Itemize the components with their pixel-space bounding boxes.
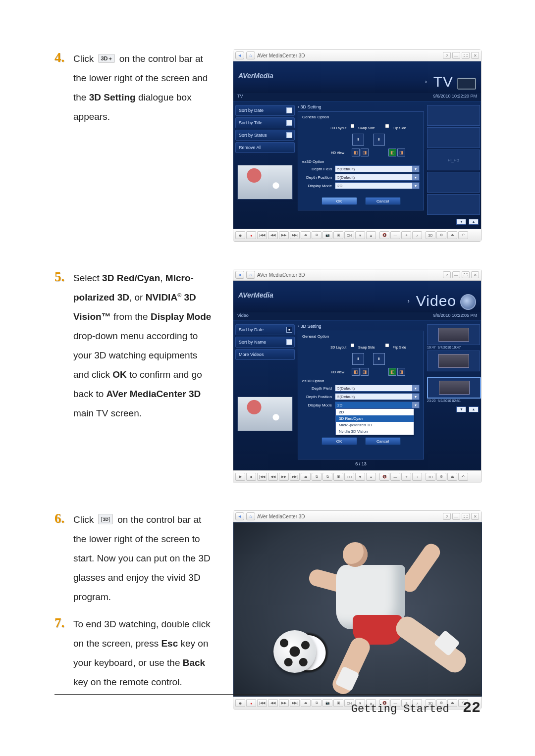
channel-thumb[interactable] [427,127,480,148]
option-2d[interactable]: 2D [336,409,414,415]
back-icon[interactable]: ◄ [235,512,244,520]
vol-down-icon[interactable]: — [390,473,400,481]
video-playback[interactable] [233,522,482,697]
layout-tb-icon[interactable]: ⬍ [373,134,385,146]
back-icon[interactable]: ◄ [235,51,244,59]
teletext-icon[interactable]: ▣ [333,231,343,239]
checkbox-icon[interactable] [286,339,292,345]
undo-icon[interactable]: ↶ [458,473,468,481]
skip-fwd-icon[interactable]: ▶▶| [290,473,300,481]
hdview-right-icon[interactable]: ◧◨ [388,368,406,376]
chevron-down-icon[interactable]: ▼ [412,183,419,189]
layout-lr-icon[interactable]: ⬍ [352,134,364,146]
eject-icon[interactable]: ⏏ [301,473,311,481]
ok-button[interactable]: OK [321,437,357,445]
channel-thumb[interactable] [427,194,480,215]
minimize-icon[interactable]: — [452,513,460,520]
depth-position-dropdown[interactable]: 5(Default)▼ [335,174,420,181]
ffwd-icon[interactable]: ▶▶ [279,231,289,239]
chevron-down-icon[interactable]: ▼ [412,174,419,180]
ch-up-icon[interactable]: ▲ [366,231,376,239]
eject2-icon[interactable]: ⏏ [447,473,457,481]
snapshot-icon[interactable]: 📷 [322,231,332,239]
depth-field-dropdown[interactable]: 5(Default)▼ [335,385,420,392]
minimize-icon[interactable]: — [452,52,460,59]
undo-icon[interactable]: ↶ [458,231,468,239]
minimize-icon[interactable]: — [452,271,460,278]
chevron-down-icon[interactable]: ▼ [412,394,419,400]
page-down-icon[interactable]: ▼ [456,406,466,412]
video-thumb[interactable] [427,351,480,371]
3d-settings-icon[interactable]: ⚙ [436,231,446,239]
ok-button[interactable]: OK [321,197,357,205]
3d-settings-icon[interactable]: ⚙ [436,473,446,481]
record-icon[interactable]: ● [246,231,256,239]
layout-tb-icon[interactable]: ⬍ [373,353,385,365]
home-icon[interactable]: ⌂ [246,512,255,520]
video-thumb[interactable] [427,377,481,399]
pip2-icon[interactable]: ⧉ [322,473,332,481]
pip-icon[interactable]: ⧉ [312,231,321,239]
checkbox-icon[interactable] [286,107,292,113]
page-down-icon[interactable]: ▼ [456,219,466,225]
back-icon[interactable]: ◄ [235,271,244,279]
home-icon[interactable]: ⌂ [246,271,255,279]
option-nvidia-3d-vision[interactable]: Nvidia 3D Vision [336,428,414,435]
sidebar-item-sort-date[interactable]: Sort by Date■ [235,324,295,335]
ch-down-icon[interactable]: ▼ [355,231,365,239]
rewind-icon[interactable]: ◀◀ [268,231,278,239]
close-icon[interactable]: ✕ [471,52,479,59]
pip-icon[interactable]: ⧉ [312,473,321,481]
sidebar-item-sort-name[interactable]: Sort by Name [235,337,295,348]
hdview-left-icon[interactable]: ◧◨ [351,368,369,376]
flip-side-checkbox[interactable] [385,344,389,348]
mute-icon[interactable]: 🔇 [379,473,389,481]
3d-toggle-icon[interactable]: 3D [426,473,435,481]
chevron-down-icon[interactable]: ▼ [412,402,419,408]
ch-label[interactable]: CH [344,231,354,239]
maximize-icon[interactable]: ⛶ [462,513,470,520]
maximize-icon[interactable]: ⛶ [462,52,470,59]
eject2-icon[interactable]: ⏏ [447,231,457,239]
audio-icon[interactable]: ♪ [412,231,422,239]
teletext-icon[interactable]: ▣ [333,473,343,481]
help-icon[interactable]: ? [443,52,451,59]
video-thumb[interactable] [427,324,480,345]
close-icon[interactable]: ✕ [471,513,479,520]
stop-icon[interactable]: ■ [246,473,256,481]
vol-down-icon[interactable]: — [390,231,400,239]
checkbox-icon[interactable] [286,120,292,126]
checkbox-icon[interactable]: ■ [286,327,292,333]
page-up-icon[interactable]: ▲ [469,219,479,225]
swap-side-checkbox[interactable] [351,344,355,348]
maximize-icon[interactable]: ⛶ [462,271,470,278]
mute-icon[interactable]: 🔇 [379,231,389,239]
sidebar-item-remove-all[interactable]: Remove All [235,142,295,153]
play-icon[interactable]: ▶ [235,473,245,481]
3d-toggle-icon[interactable]: 3D [426,231,435,239]
swaps-side-checkbox[interactable] [351,124,355,128]
vol-up-icon[interactable]: ＋ [401,473,411,481]
audio-icon[interactable]: ♪ [412,473,422,481]
channel-thumb[interactable] [427,105,480,126]
flip-side-checkbox[interactable] [385,124,389,128]
ffwd-icon[interactable]: ▶▶ [279,473,289,481]
home-icon[interactable]: ⌂ [246,51,255,59]
vol-up-icon[interactable]: ＋ [401,231,411,239]
sidebar-item-sort-status[interactable]: Sort by Status [235,130,295,141]
channel-thumb[interactable]: Hi_HD [427,150,480,170]
skip-back-icon[interactable]: |◀◀ [257,473,267,481]
option-3d-redcyan[interactable]: 3D Red/Cyan [336,415,414,422]
hdview-right-icon[interactable]: ◧◨ [388,149,406,156]
sidebar-item-sort-title[interactable]: Sort by Title [235,117,295,128]
chevron-down-icon[interactable]: ▼ [412,166,419,172]
ch-up-icon[interactable]: ▲ [366,473,376,481]
chevron-down-icon[interactable]: ▼ [412,385,419,391]
rewind-icon[interactable]: ◀◀ [268,473,278,481]
sidebar-item-sort-date[interactable]: Sort by Date [235,105,295,116]
help-icon[interactable]: ? [443,271,451,278]
cancel-button[interactable]: Cancel [365,197,401,205]
cancel-button[interactable]: Cancel [365,437,401,445]
depth-field-dropdown[interactable]: 5(Default)▼ [335,165,420,172]
display-mode-dropdown[interactable]: 2D▼ [335,182,420,189]
